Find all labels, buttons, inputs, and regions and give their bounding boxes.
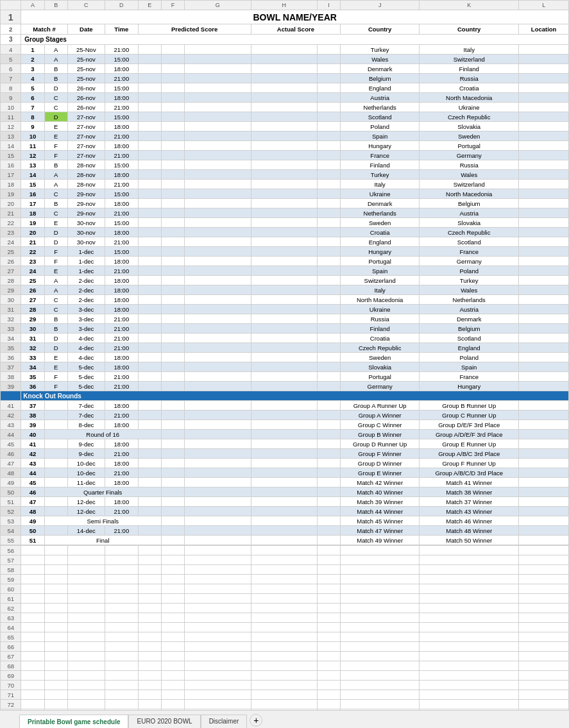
empty-row: 59 <box>1 575 569 584</box>
table-row: 63B25-nov18:00DenmarkFinland <box>1 64 569 74</box>
table-row: 524812-dec21:00Match 44 WinnerMatch 43 W… <box>1 507 569 516</box>
row-num-cell: 13 <box>1 131 21 141</box>
row-num-cell: 45 <box>1 439 21 449</box>
table-row: 3936F5-dec21:00GermanyHungary <box>1 382 569 391</box>
table-row: 2623F1-dec18:00PortugalGermany <box>1 257 569 266</box>
row-num-cell: 54 <box>1 526 21 536</box>
date-header: Date <box>67 24 105 35</box>
row-num-cell: 52 <box>1 507 21 516</box>
predicted-header: Predicted Score <box>138 24 251 35</box>
table-row: 129E27-nov18:00PolandSlovakia <box>1 122 569 131</box>
tab-disclaimer-label: Disclaimer <box>209 718 239 725</box>
tab-printable-label: Printable Bowl game schedule <box>28 718 120 725</box>
empty-row: 67 <box>1 652 569 661</box>
row-num-cell: 32 <box>1 314 21 324</box>
empty-row: 58 <box>1 565 569 575</box>
col-header-row: A B C D E F G H I J K L <box>1 1 569 10</box>
row-num-cell: 30 <box>1 295 21 305</box>
col-g-header: G <box>185 1 251 10</box>
table-row: 41377-dec18:00Group A Runner UpGroup B R… <box>1 401 569 411</box>
row-num-cell: 21 <box>1 208 21 218</box>
row-num-cell: 48 <box>1 468 21 478</box>
empty-row: 66 <box>1 642 569 652</box>
table-row: 107C26-nov21:00NetherlandsUkraine <box>1 103 569 112</box>
row-num-cell: 46 <box>1 449 21 459</box>
corner-cell <box>1 1 21 10</box>
knockout-label: Knock Out Rounds <box>21 391 569 401</box>
table-row: 118D27-nov15:00ScotlandCzech Republic <box>1 112 569 122</box>
empty-row: 63 <box>1 613 569 623</box>
table-row: 5551FinalMatch 49 WinnerMatch 50 Winner <box>1 536 569 545</box>
knockout-header-row: 40Knock Out Rounds <box>1 391 569 401</box>
table-row: 3835F5-dec21:00PortugalFrance <box>1 372 569 382</box>
col-l-header: L <box>519 1 569 10</box>
table-row: 474310-dec18:00Group D WinnerGroup F Run… <box>1 459 569 468</box>
row-num-cell: 10 <box>1 103 21 112</box>
col-f-header: F <box>161 1 184 10</box>
row-num-cell: 16 <box>1 160 21 170</box>
row-1-num: 1 <box>1 10 21 24</box>
table-row: 2320D30-nov18:00CroatiaCzech Republic <box>1 228 569 237</box>
add-tab-button[interactable]: + <box>250 714 262 727</box>
table-row: 85D26-nov15:00EnglandCroatia <box>1 83 569 93</box>
row-num-cell: 36 <box>1 353 21 362</box>
row-num-cell: 15 <box>1 151 21 160</box>
main-table: A B C D E F G H I J K L 1 BOWL NAME/YEAR… <box>0 0 569 545</box>
table-row: 1815A28-nov21:00ItalySwitzerland <box>1 180 569 189</box>
row-num-cell: 11 <box>1 112 21 122</box>
table-row: 96C26-nov18:00AustriaNorth Macedonia <box>1 93 569 103</box>
empty-row: 64 <box>1 623 569 632</box>
empty-row: 70 <box>1 681 569 690</box>
row-num-cell: 55 <box>1 536 21 545</box>
row-num-cell: 51 <box>1 497 21 507</box>
row-num-cell: 33 <box>1 324 21 334</box>
empty-row: 57 <box>1 555 569 565</box>
row-num-cell: 41 <box>1 401 21 411</box>
table-row: 41A25-Nov21:00TurkeyItaly <box>1 45 569 55</box>
table-row: 43398-dec18:00Group C WinnerGroup D/E/F … <box>1 420 569 430</box>
empty-row: 65 <box>1 632 569 642</box>
row-num-cell: 17 <box>1 170 21 180</box>
col-a-header: A <box>21 1 44 10</box>
table-row: 2724E1-dec21:00SpainPoland <box>1 266 569 276</box>
tab-printable[interactable]: Printable Bowl game schedule <box>19 715 128 729</box>
row-num-cell: 23 <box>1 228 21 237</box>
table-row: 3431D4-dec21:00CroatiaScotland <box>1 334 569 343</box>
row-num-cell: 28 <box>1 276 21 285</box>
tab-euro[interactable]: EURO 2020 BOWL <box>128 715 200 729</box>
row-num-cell: 9 <box>1 93 21 103</box>
empty-rows-table: 5657585960616263646566676869707172737475… <box>0 545 569 710</box>
empty-row: 62 <box>1 604 569 613</box>
country1-header: Country <box>341 24 420 35</box>
col-k-header: K <box>420 1 519 10</box>
table-row: 3633E4-dec18:00SwedenPoland <box>1 353 569 362</box>
table-row: 3128C3-dec18:00UkraineAustria <box>1 305 569 314</box>
title-row: 1 BOWL NAME/YEAR <box>1 10 569 24</box>
row-3-num: 3 <box>1 35 21 45</box>
table-row: 2522F1-dec15:00HungaryFrance <box>1 247 569 257</box>
table-row: 514712-dec18:00Match 39 WinnerMatch 37 W… <box>1 497 569 507</box>
row-num-cell: 47 <box>1 459 21 468</box>
location-header: Location <box>519 24 569 35</box>
row-num-cell: 44 <box>1 430 21 439</box>
table-row: 3229B3-dec21:00RussiaDenmark <box>1 314 569 324</box>
spreadsheet: A B C D E F G H I J K L 1 BOWL NAME/YEAR… <box>0 0 569 728</box>
col-h-header: H <box>251 1 317 10</box>
col-c-header: C <box>67 1 105 10</box>
table-row: 3532D4-dec21:00Czech RepublicEngland <box>1 343 569 353</box>
empty-row: 71 <box>1 690 569 700</box>
row-num-cell: 14 <box>1 141 21 151</box>
table-row: 52A25-nov15:00WalesSwitzerland <box>1 55 569 64</box>
tab-disclaimer[interactable]: Disclaimer <box>201 715 248 729</box>
tab-bar: Printable Bowl game schedule EURO 2020 B… <box>0 710 569 728</box>
row-num-cell: 40 <box>1 391 21 401</box>
row-num-cell: 26 <box>1 257 21 266</box>
table-row: 1613B28-nov15:00FinlandRussia <box>1 160 569 170</box>
row-num-cell: 34 <box>1 334 21 343</box>
table-row: 42387-dec21:00Group A WinnerGroup C Runn… <box>1 411 569 420</box>
row-num-cell: 5 <box>1 55 21 64</box>
table-row: 2219E30-nov15:00SwedenSlovakia <box>1 218 569 228</box>
empty-row: 60 <box>1 584 569 594</box>
empty-row: 56 <box>1 546 569 555</box>
table-row: 2118C29-nov21:00NetherlandsAustria <box>1 208 569 218</box>
